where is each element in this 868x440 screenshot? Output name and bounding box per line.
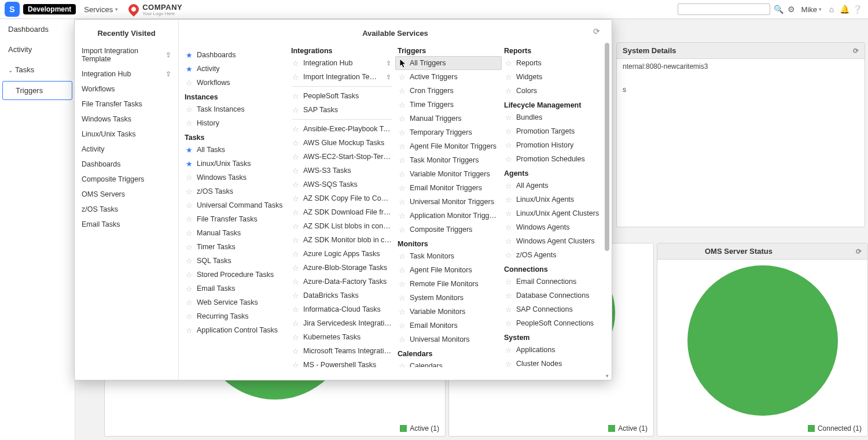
recent-item[interactable]: Dashboards bbox=[75, 157, 178, 172]
star-icon[interactable]: ☆ bbox=[292, 153, 300, 161]
recent-item[interactable]: OMS Servers bbox=[75, 187, 178, 202]
service-item[interactable]: ☆Azure-Blob-Storage Tasks bbox=[289, 261, 395, 275]
star-icon[interactable]: ☆ bbox=[505, 209, 513, 218]
star-icon[interactable]: ☆ bbox=[505, 291, 513, 300]
service-item[interactable]: ☆All Agents bbox=[502, 179, 608, 193]
recent-item[interactable]: z/OS Tasks bbox=[75, 202, 178, 217]
star-icon[interactable]: ☆ bbox=[398, 156, 406, 165]
star-icon[interactable]: ★ bbox=[398, 59, 406, 68]
refresh-icon[interactable]: ⟳ bbox=[853, 47, 859, 55]
service-item[interactable]: ☆Ansible-Exec-Playbook Tasks bbox=[289, 122, 395, 136]
service-item[interactable]: ☆Kubernetes Tasks bbox=[289, 330, 395, 344]
star-icon[interactable]: ☆ bbox=[292, 305, 300, 314]
star-icon[interactable]: ☆ bbox=[398, 101, 406, 109]
service-item[interactable]: ☆Remote File Monitors bbox=[395, 277, 502, 291]
service-item[interactable]: ☆Azure-Data-Factory Tasks bbox=[289, 275, 395, 289]
star-icon[interactable]: ☆ bbox=[185, 326, 193, 335]
star-icon[interactable]: ☆ bbox=[292, 194, 300, 203]
star-icon[interactable]: ☆ bbox=[292, 106, 300, 114]
star-icon[interactable]: ☆ bbox=[398, 321, 406, 330]
star-icon[interactable]: ☆ bbox=[505, 237, 513, 246]
service-item[interactable]: ☆AWS Glue Mockup Tasks bbox=[289, 136, 395, 150]
recent-item[interactable]: Import Integration Template⇪ bbox=[75, 43, 178, 66]
star-icon[interactable]: ☆ bbox=[398, 170, 406, 179]
service-item[interactable]: ☆SAP Connections bbox=[502, 302, 608, 316]
star-icon[interactable]: ☆ bbox=[505, 182, 513, 190]
service-item[interactable]: ☆AZ SDK List blobs in contain... bbox=[289, 219, 395, 233]
star-icon[interactable]: ☆ bbox=[398, 212, 406, 220]
service-item[interactable]: ☆Colors bbox=[502, 84, 608, 98]
star-icon[interactable]: ☆ bbox=[292, 291, 300, 300]
star-icon[interactable]: ☆ bbox=[505, 73, 513, 82]
service-item[interactable]: ☆Active Triggers bbox=[395, 70, 502, 84]
star-icon[interactable]: ☆ bbox=[505, 141, 513, 150]
star-icon[interactable]: ☆ bbox=[505, 113, 513, 122]
service-item[interactable]: ☆z/OS Tasks bbox=[182, 184, 289, 198]
star-icon[interactable]: ☆ bbox=[292, 264, 300, 272]
service-item[interactable]: ☆Timer Tasks bbox=[182, 240, 289, 254]
star-icon[interactable]: ☆ bbox=[292, 180, 300, 189]
service-item[interactable]: ☆System Monitors bbox=[395, 291, 502, 305]
star-icon[interactable]: ☆ bbox=[398, 114, 406, 123]
service-item[interactable]: ☆AWS-S3 Tasks bbox=[289, 164, 395, 178]
star-icon[interactable]: ☆ bbox=[292, 333, 300, 342]
search-icon[interactable]: 🔍 bbox=[773, 5, 785, 14]
service-item[interactable]: ☆Email Connections bbox=[502, 275, 608, 289]
bell-icon[interactable]: 🔔 bbox=[838, 5, 851, 14]
open-icon[interactable]: ⇪ bbox=[386, 60, 392, 67]
star-icon[interactable]: ☆ bbox=[505, 278, 513, 286]
scrollbar[interactable]: ▴ ▾ bbox=[604, 43, 610, 378]
service-item[interactable]: ☆Windows Agent Clusters bbox=[502, 234, 608, 248]
star-icon[interactable]: ☆ bbox=[292, 361, 300, 368]
service-item[interactable]: ☆Task Instances bbox=[182, 102, 289, 116]
service-item[interactable]: ★Linux/Unix Tasks bbox=[182, 157, 289, 171]
service-item[interactable]: ☆Web Service Tasks bbox=[182, 295, 289, 309]
star-icon[interactable]: ☆ bbox=[185, 187, 193, 196]
service-item[interactable]: ☆Cluster Nodes bbox=[502, 357, 608, 367]
refresh-icon[interactable]: ⟳ bbox=[856, 247, 862, 256]
recent-item[interactable]: Composite Triggers bbox=[75, 172, 178, 187]
service-item[interactable]: ☆PeopleSoft Connections bbox=[502, 316, 608, 330]
open-icon[interactable]: ⇪ bbox=[386, 73, 392, 81]
service-item[interactable]: ☆Composite Triggers bbox=[395, 223, 502, 236]
service-item[interactable]: ☆Agent File Monitor Triggers bbox=[395, 139, 502, 153]
service-item[interactable]: ☆SQL Tasks bbox=[182, 254, 289, 268]
service-item[interactable]: ☆AZ SDK Download File from... bbox=[289, 205, 395, 219]
star-icon[interactable]: ☆ bbox=[292, 222, 300, 231]
service-item[interactable]: ☆Workflows bbox=[182, 76, 289, 90]
star-icon[interactable]: ☆ bbox=[398, 87, 406, 95]
star-icon[interactable]: ☆ bbox=[505, 251, 513, 260]
star-icon[interactable]: ☆ bbox=[505, 127, 513, 136]
service-item[interactable]: ☆Microsoft Teams Integratio... bbox=[289, 344, 395, 358]
star-icon[interactable]: ☆ bbox=[505, 319, 513, 328]
service-item[interactable]: ☆Time Triggers bbox=[395, 98, 502, 112]
service-item[interactable]: ☆Manual Triggers bbox=[395, 112, 502, 125]
service-item[interactable]: ☆History bbox=[182, 116, 289, 130]
star-icon[interactable]: ☆ bbox=[185, 119, 193, 128]
service-item[interactable]: ☆Universal Command Tasks bbox=[182, 198, 289, 212]
star-icon[interactable]: ☆ bbox=[398, 362, 406, 368]
star-icon[interactable]: ☆ bbox=[185, 201, 193, 210]
star-icon[interactable]: ☆ bbox=[398, 73, 406, 82]
service-item[interactable]: ☆Import Integration Template⇪ bbox=[289, 70, 395, 84]
recent-item[interactable]: Activity bbox=[75, 142, 178, 157]
star-icon[interactable]: ★ bbox=[185, 146, 193, 154]
service-item[interactable]: ☆Linux/Unix Agent Clusters bbox=[502, 206, 608, 220]
service-item[interactable]: ★Dashboards bbox=[182, 48, 289, 62]
search-input[interactable] bbox=[678, 3, 770, 15]
service-item[interactable]: ☆MS - Powershell Tasks bbox=[289, 358, 395, 367]
service-item[interactable]: ☆Universal Monitor Triggers bbox=[395, 195, 502, 209]
scroll-down-icon[interactable]: ▾ bbox=[604, 373, 610, 379]
help-icon[interactable]: ❔ bbox=[851, 5, 863, 14]
app-logo[interactable]: S bbox=[5, 2, 20, 17]
service-item[interactable]: ☆PeopleSoft Tasks bbox=[289, 89, 395, 103]
service-item[interactable]: ☆Calendars bbox=[395, 359, 502, 367]
service-item[interactable]: ☆Variable Monitor Triggers bbox=[395, 167, 502, 181]
scroll-thumb[interactable] bbox=[605, 43, 609, 251]
service-item[interactable]: ☆Promotion Targets bbox=[502, 124, 608, 138]
service-item[interactable]: ☆Stored Procedure Tasks bbox=[182, 268, 289, 282]
star-icon[interactable]: ☆ bbox=[292, 250, 300, 258]
star-icon[interactable]: ☆ bbox=[398, 266, 406, 275]
home-icon[interactable]: ⌂ bbox=[825, 5, 838, 14]
star-icon[interactable]: ☆ bbox=[185, 271, 193, 279]
